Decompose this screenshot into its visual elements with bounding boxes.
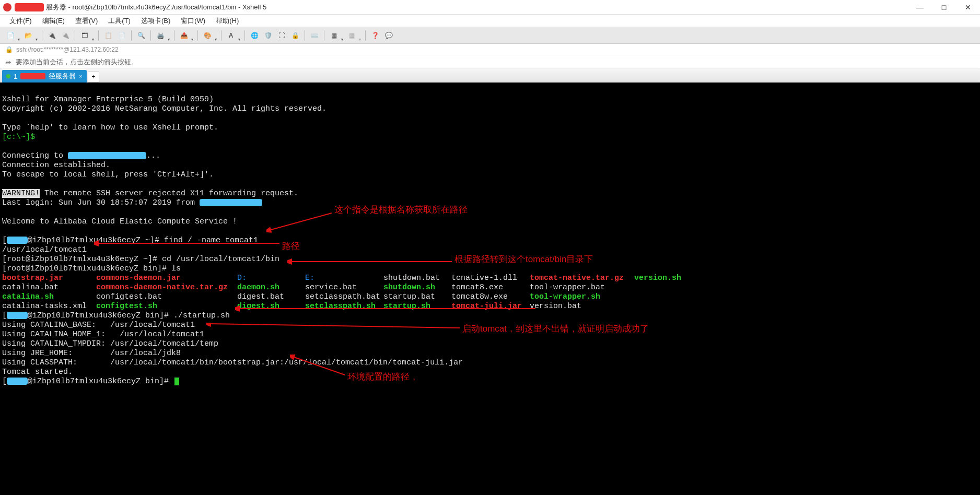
banner-line: Xshell for Xmanager Enterprise 5 (Build …	[2, 95, 214, 104]
redact-box	[20, 73, 45, 79]
hint-text: 要添加当前会话，点击左侧的箭头按钮。	[16, 57, 138, 67]
cursor	[174, 378, 179, 385]
font-icon[interactable]: A	[225, 29, 237, 42]
ls-row: catalina.shconfigtest.batdigest.batsetcl…	[2, 292, 600, 301]
disconnect-icon[interactable]: 🔌	[59, 29, 72, 42]
ls-row: catalina.batcommons-daemon-native.tar.gz…	[2, 283, 605, 292]
tab-number: 1	[14, 73, 17, 80]
help-icon[interactable]: ❓	[369, 29, 381, 42]
redact-user	[7, 237, 28, 244]
properties-icon[interactable]: 🗔	[78, 29, 91, 42]
redact-ip	[68, 152, 146, 159]
ls-row: bootstrap.jarcommons-daemon.jarD:E:shutd…	[2, 274, 681, 282]
title-bar: 服务器 - root@iZbp10lb7tmlxu4u3k6ecyZ:/usr/…	[0, 0, 980, 15]
open-session-icon[interactable]: 📂	[22, 29, 34, 42]
annotation-cd: 根据路径转到这个tomcat/bin目录下	[454, 255, 593, 264]
prompt-ls: [root@iZbp10lb7tmlxu4u3k6ecyZ bin]# ls	[2, 264, 181, 273]
ls-row: catalina-tasks.xmlconfigtest.shdigest.sh…	[2, 302, 581, 311]
toolbar: 📄 📂 🔌 🔌 🗔 📋 📄 🔍 🖨️ 📤 🎨 A 🌐 🛡️ ⛶ 🔒 ⌨️ ▦ ▦…	[0, 27, 980, 44]
redact-user	[7, 378, 28, 385]
terminal[interactable]: Xshell for Xmanager Enterprise 5 (Build …	[0, 82, 980, 495]
separator	[221, 30, 221, 41]
keypad-icon[interactable]: ⌨️	[308, 29, 321, 42]
copy-icon[interactable]: 📋	[102, 29, 114, 42]
session-hint-bar: ➦ 要添加当前会话，点击左侧的箭头按钮。	[0, 55, 980, 69]
separator	[244, 30, 245, 41]
prompt-find: [@iZbp10lb7tmlxu4u3k6ecyZ ~]# find / -na…	[2, 236, 258, 245]
prompt-idle: [@iZbp10lb7tmlxu4u3k6ecyZ bin]#	[2, 377, 179, 386]
window-title: 服务器 - root@iZbp10lb7tmlxu4u3k6ecyZ:/usr/…	[46, 3, 266, 12]
prompt-cd: [root@iZbp10lb7tmlxu4u3k6ecyZ ~]# cd /us…	[2, 255, 279, 264]
annotation-start: 启动tomcat，到这里不出错，就证明启动成功了	[462, 324, 649, 334]
tab-close-icon[interactable]: ×	[79, 73, 82, 79]
separator	[98, 30, 99, 41]
menu-view[interactable]: 查看(V)	[71, 15, 102, 27]
escape-line: To escape to local shell, press 'Ctrl+Al…	[2, 170, 214, 179]
banner-line: Copyright (c) 2002-2016 NetSarang Comput…	[2, 104, 326, 113]
separator	[75, 30, 75, 41]
menu-tools[interactable]: 工具(T)	[104, 15, 135, 27]
redact-box	[15, 3, 44, 11]
arrow-icon[interactable]: ➦	[5, 58, 11, 66]
arrow-icon	[266, 212, 334, 233]
tab-strip: 1 径服务器 × +	[0, 69, 980, 82]
menu-bar: 文件(F) 编辑(E) 查看(V) 工具(T) 选项卡(B) 窗口(W) 帮助(…	[0, 15, 980, 27]
close-button[interactable]: ✕	[956, 0, 980, 15]
warning-line: WARNING! The remote SSH server rejected …	[2, 189, 298, 198]
lock-icon[interactable]: 🔒	[289, 29, 301, 42]
using-line: Using CATALINA_HOME_1: /usr/local/tomcat…	[2, 330, 204, 339]
find-output: /usr/local/tomcat1	[2, 245, 87, 254]
using-line: Using JRE_HOME: /usr/local/jdk8	[2, 349, 181, 358]
connecting-line: Connecting to ...	[2, 151, 160, 160]
tomcat-started: Tomcat started.	[2, 368, 73, 376]
globe-icon[interactable]: 🌐	[248, 29, 261, 42]
using-line: Using CATALINA_TMPDIR: /usr/local/tomcat…	[2, 339, 218, 348]
new-tab-button[interactable]: +	[88, 71, 99, 82]
panes-icon[interactable]: ▦	[345, 29, 358, 42]
separator	[150, 30, 151, 41]
color-icon[interactable]: 🎨	[201, 29, 214, 42]
feedback-icon[interactable]: 💬	[382, 29, 395, 42]
window-controls: — □ ✕	[908, 0, 980, 15]
reconnect-icon[interactable]: 🔌	[45, 29, 58, 42]
menu-edit[interactable]: 编辑(E)	[38, 15, 69, 27]
separator	[197, 30, 198, 41]
find-icon[interactable]: 🔍	[135, 29, 147, 42]
menu-window[interactable]: 窗口(W)	[177, 15, 209, 27]
paste-icon[interactable]: 📄	[115, 29, 128, 42]
tab-label: 径服务器	[49, 72, 76, 81]
address-bar[interactable]: 🔒 ssh://root:********@121.43.172.60:22	[0, 44, 980, 55]
annotation-path: 路径	[282, 242, 300, 251]
separator	[324, 30, 324, 41]
new-session-icon[interactable]: 📄	[4, 29, 17, 42]
svg-line-0	[269, 213, 332, 230]
redact-user	[7, 312, 28, 319]
separator	[174, 30, 174, 41]
maximize-button[interactable]: □	[932, 0, 956, 15]
welcome-line: Welcome to Alibaba Cloud Elastic Compute…	[2, 217, 237, 226]
app-icon	[3, 3, 11, 11]
arrow-icon	[206, 323, 462, 331]
separator	[365, 30, 366, 41]
fullscreen-icon[interactable]: ⛶	[275, 29, 288, 42]
last-login-line: Last login: Sun Jun 30 18:57:07 2019 fro…	[2, 198, 262, 207]
arrow-icon	[287, 257, 454, 266]
shield-icon[interactable]: 🛡️	[262, 29, 274, 42]
separator	[305, 30, 305, 41]
redact-from	[200, 199, 262, 206]
annotation-env: 环境配置的路径，	[347, 372, 418, 382]
menu-tabs[interactable]: 选项卡(B)	[137, 15, 174, 27]
tab-session-1[interactable]: 1 径服务器 ×	[2, 70, 87, 82]
minimize-button[interactable]: —	[908, 0, 932, 15]
layout-icon[interactable]: ▦	[328, 29, 340, 42]
print-icon[interactable]: 🖨️	[154, 29, 167, 42]
svg-line-4	[209, 324, 460, 328]
separator	[131, 30, 132, 41]
using-line: Using CATALINA_BASE: /usr/local/tomcat1	[2, 321, 195, 329]
menu-file[interactable]: 文件(F)	[5, 15, 36, 27]
transfer-icon[interactable]: 📤	[178, 29, 190, 42]
menu-help[interactable]: 帮助(H)	[212, 15, 243, 27]
local-prompt: [c:\~]$	[2, 133, 35, 142]
annotation-find: 这个指令是根据名称获取所在路径	[334, 205, 468, 215]
connected-line: Connection established.	[2, 161, 110, 170]
